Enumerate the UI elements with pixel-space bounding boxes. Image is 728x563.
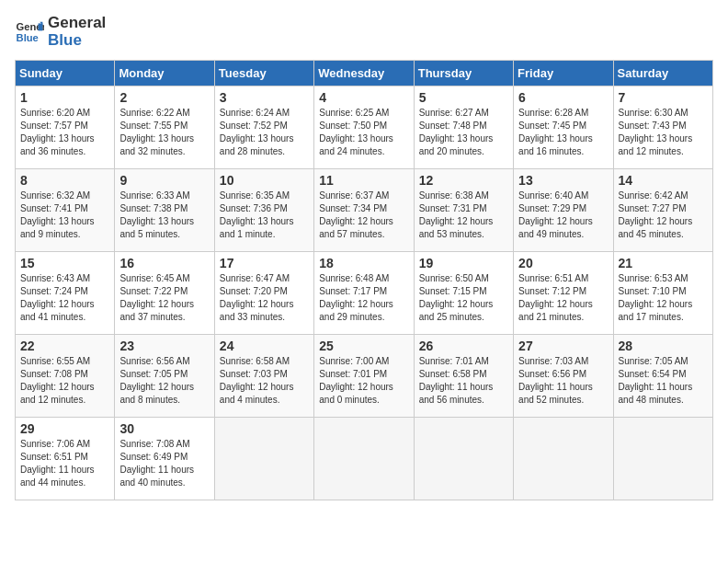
day-number: 28 <box>619 339 708 353</box>
day-number: 8 <box>20 173 109 188</box>
day-info: Sunrise: 6:53 AMSunset: 7:10 PMDaylight:… <box>619 272 708 324</box>
day-info: Sunrise: 6:37 AMSunset: 7:34 PMDaylight:… <box>319 190 408 241</box>
day-info: Sunrise: 7:03 AMSunset: 6:56 PMDaylight:… <box>518 355 608 407</box>
weekday-header: Sunday <box>16 61 115 86</box>
day-info: Sunrise: 6:25 AMSunset: 7:50 PMDaylight:… <box>319 107 408 158</box>
day-info: Sunrise: 6:20 AMSunset: 7:57 PMDaylight:… <box>20 107 109 158</box>
calendar-cell: 21Sunrise: 6:53 AMSunset: 7:10 PMDayligh… <box>613 252 712 335</box>
calendar-cell <box>214 418 313 500</box>
day-number: 17 <box>220 256 309 270</box>
calendar-table: SundayMondayTuesdayWednesdayThursdayFrid… <box>15 60 713 500</box>
day-info: Sunrise: 6:47 AMSunset: 7:20 PMDaylight:… <box>220 272 309 324</box>
calendar-cell: 19Sunrise: 6:50 AMSunset: 7:15 PMDayligh… <box>414 252 513 335</box>
calendar-cell <box>613 418 712 500</box>
calendar-cell: 20Sunrise: 6:51 AMSunset: 7:12 PMDayligh… <box>514 252 613 335</box>
day-number: 9 <box>119 173 209 188</box>
calendar-cell: 2Sunrise: 6:22 AMSunset: 7:55 PMDaylight… <box>115 86 214 169</box>
day-number: 5 <box>419 90 508 105</box>
calendar-cell <box>314 418 414 500</box>
day-info: Sunrise: 7:01 AMSunset: 6:58 PMDaylight:… <box>419 355 508 407</box>
day-info: Sunrise: 7:05 AMSunset: 6:54 PMDaylight:… <box>619 355 708 407</box>
day-number: 24 <box>220 339 309 353</box>
day-number: 25 <box>319 339 408 353</box>
day-number: 12 <box>419 173 508 188</box>
day-number: 2 <box>119 90 209 105</box>
weekday-header: Saturday <box>613 61 712 86</box>
calendar-cell: 30Sunrise: 7:08 AMSunset: 6:49 PMDayligh… <box>115 418 214 500</box>
day-info: Sunrise: 6:45 AMSunset: 7:22 PMDaylight:… <box>119 272 209 324</box>
day-info: Sunrise: 6:33 AMSunset: 7:38 PMDaylight:… <box>119 190 209 241</box>
day-info: Sunrise: 6:50 AMSunset: 7:15 PMDaylight:… <box>419 272 508 324</box>
calendar-cell: 9Sunrise: 6:33 AMSunset: 7:38 PMDaylight… <box>115 169 214 252</box>
day-info: Sunrise: 6:32 AMSunset: 7:41 PMDaylight:… <box>20 190 109 241</box>
calendar-cell: 11Sunrise: 6:37 AMSunset: 7:34 PMDayligh… <box>314 169 414 252</box>
day-info: Sunrise: 6:51 AMSunset: 7:12 PMDaylight:… <box>518 272 608 324</box>
day-number: 29 <box>20 421 109 436</box>
day-number: 19 <box>419 256 508 270</box>
calendar-cell: 23Sunrise: 6:56 AMSunset: 7:05 PMDayligh… <box>115 335 214 418</box>
day-number: 11 <box>319 173 408 188</box>
day-number: 6 <box>518 90 608 105</box>
day-info: Sunrise: 7:08 AMSunset: 6:49 PMDaylight:… <box>119 438 209 489</box>
day-info: Sunrise: 7:00 AMSunset: 7:01 PMDaylight:… <box>319 355 408 407</box>
calendar-cell: 22Sunrise: 6:55 AMSunset: 7:08 PMDayligh… <box>16 335 115 418</box>
day-info: Sunrise: 6:40 AMSunset: 7:29 PMDaylight:… <box>518 190 608 241</box>
svg-marker-2 <box>39 23 43 30</box>
day-number: 10 <box>220 173 309 188</box>
svg-text:Blue: Blue <box>17 31 39 42</box>
day-number: 23 <box>119 339 209 353</box>
day-number: 16 <box>119 256 209 270</box>
day-info: Sunrise: 6:55 AMSunset: 7:08 PMDaylight:… <box>20 355 109 407</box>
day-info: Sunrise: 6:42 AMSunset: 7:27 PMDaylight:… <box>619 190 708 241</box>
weekday-header: Tuesday <box>214 61 313 86</box>
calendar-cell: 16Sunrise: 6:45 AMSunset: 7:22 PMDayligh… <box>115 252 214 335</box>
calendar-cell <box>514 418 613 500</box>
calendar-cell: 25Sunrise: 7:00 AMSunset: 7:01 PMDayligh… <box>314 335 414 418</box>
day-number: 22 <box>20 339 109 353</box>
calendar-cell: 17Sunrise: 6:47 AMSunset: 7:20 PMDayligh… <box>214 252 313 335</box>
day-number: 3 <box>220 90 309 105</box>
calendar-cell <box>414 418 513 500</box>
calendar-cell: 1Sunrise: 6:20 AMSunset: 7:57 PMDaylight… <box>16 86 115 169</box>
calendar-cell: 3Sunrise: 6:24 AMSunset: 7:52 PMDaylight… <box>214 86 313 169</box>
calendar-cell: 8Sunrise: 6:32 AMSunset: 7:41 PMDaylight… <box>16 169 115 252</box>
weekday-header: Thursday <box>414 61 513 86</box>
calendar-cell: 14Sunrise: 6:42 AMSunset: 7:27 PMDayligh… <box>613 169 712 252</box>
day-number: 21 <box>619 256 708 270</box>
day-info: Sunrise: 6:38 AMSunset: 7:31 PMDaylight:… <box>419 190 508 241</box>
weekday-header: Friday <box>514 61 613 86</box>
day-number: 13 <box>518 173 608 188</box>
calendar-cell: 7Sunrise: 6:30 AMSunset: 7:43 PMDaylight… <box>613 86 712 169</box>
calendar-cell: 15Sunrise: 6:43 AMSunset: 7:24 PMDayligh… <box>16 252 115 335</box>
day-number: 18 <box>319 256 408 270</box>
calendar-cell: 24Sunrise: 6:58 AMSunset: 7:03 PMDayligh… <box>214 335 313 418</box>
calendar-cell: 27Sunrise: 7:03 AMSunset: 6:56 PMDayligh… <box>514 335 613 418</box>
calendar-cell: 5Sunrise: 6:27 AMSunset: 7:48 PMDaylight… <box>414 86 513 169</box>
day-info: Sunrise: 6:48 AMSunset: 7:17 PMDaylight:… <box>319 272 408 324</box>
weekday-header: Monday <box>115 61 214 86</box>
day-number: 15 <box>20 256 109 270</box>
calendar-cell: 4Sunrise: 6:25 AMSunset: 7:50 PMDaylight… <box>314 86 414 169</box>
calendar-cell: 6Sunrise: 6:28 AMSunset: 7:45 PMDaylight… <box>514 86 613 169</box>
day-number: 27 <box>518 339 608 353</box>
day-info: Sunrise: 6:58 AMSunset: 7:03 PMDaylight:… <box>220 355 309 407</box>
calendar-cell: 18Sunrise: 6:48 AMSunset: 7:17 PMDayligh… <box>314 252 414 335</box>
day-info: Sunrise: 6:28 AMSunset: 7:45 PMDaylight:… <box>518 107 608 158</box>
day-number: 30 <box>119 421 209 436</box>
logo: General Blue General Blue <box>15 15 106 49</box>
day-info: Sunrise: 6:27 AMSunset: 7:48 PMDaylight:… <box>419 107 508 158</box>
day-info: Sunrise: 6:56 AMSunset: 7:05 PMDaylight:… <box>119 355 209 407</box>
day-info: Sunrise: 7:06 AMSunset: 6:51 PMDaylight:… <box>20 438 109 489</box>
day-info: Sunrise: 6:24 AMSunset: 7:52 PMDaylight:… <box>220 107 309 158</box>
header: General Blue General Blue <box>15 15 713 49</box>
calendar-cell: 13Sunrise: 6:40 AMSunset: 7:29 PMDayligh… <box>514 169 613 252</box>
calendar-cell: 29Sunrise: 7:06 AMSunset: 6:51 PMDayligh… <box>16 418 115 500</box>
calendar-cell: 12Sunrise: 6:38 AMSunset: 7:31 PMDayligh… <box>414 169 513 252</box>
day-number: 14 <box>619 173 708 188</box>
calendar-cell: 26Sunrise: 7:01 AMSunset: 6:58 PMDayligh… <box>414 335 513 418</box>
day-info: Sunrise: 6:35 AMSunset: 7:36 PMDaylight:… <box>220 190 309 241</box>
weekday-header: Wednesday <box>314 61 414 86</box>
logo-icon: General Blue <box>15 17 44 47</box>
day-info: Sunrise: 6:30 AMSunset: 7:43 PMDaylight:… <box>619 107 708 158</box>
day-info: Sunrise: 6:43 AMSunset: 7:24 PMDaylight:… <box>20 272 109 324</box>
